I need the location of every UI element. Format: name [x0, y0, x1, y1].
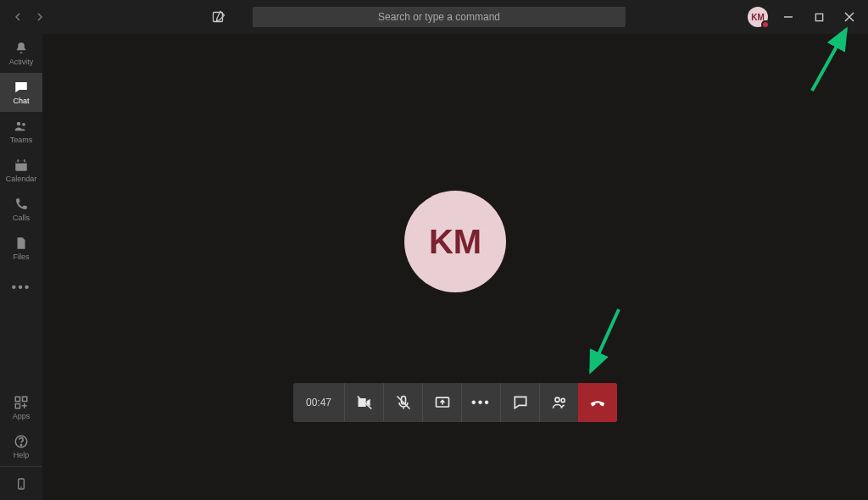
svg-rect-10: [23, 397, 27, 401]
titlebar: Search or type a command KM: [0, 0, 868, 34]
svg-rect-2: [815, 14, 822, 20]
file-icon: [14, 236, 29, 251]
more-actions-button[interactable]: •••: [461, 383, 500, 422]
rail-chat[interactable]: Chat: [0, 73, 42, 112]
rail-label: Chat: [13, 97, 29, 105]
rail-label: Help: [14, 451, 30, 459]
chat-icon: [14, 80, 29, 95]
hang-up-icon: [588, 393, 607, 412]
rail-label: Apps: [13, 412, 31, 420]
rail-label: Files: [13, 253, 29, 261]
rail-label: Calendar: [6, 175, 37, 183]
rail-label: Activity: [9, 58, 34, 66]
new-chat-icon[interactable]: [209, 10, 229, 24]
app-rail: Activity Chat Teams Calendar Calls Files…: [0, 34, 42, 500]
svg-rect-9: [15, 397, 19, 401]
people-icon: [14, 119, 29, 134]
rail-apps[interactable]: Apps: [0, 388, 42, 427]
rail-label: Teams: [10, 136, 33, 144]
participant-avatar: KM: [404, 191, 506, 292]
window-minimize-button[interactable]: [773, 0, 804, 34]
mic-off-icon: [395, 394, 412, 411]
rail-activity[interactable]: Activity: [0, 34, 42, 73]
bell-icon: [14, 41, 29, 56]
phone-icon: [14, 197, 29, 212]
nav-forward-button[interactable]: [32, 9, 47, 25]
svg-point-20: [555, 397, 559, 402]
more-icon: •••: [12, 280, 31, 295]
call-stage: KM 00:47 •••: [42, 34, 868, 500]
profile-avatar[interactable]: KM: [748, 7, 768, 27]
rail-files[interactable]: Files: [0, 229, 42, 268]
svg-point-21: [561, 398, 565, 402]
rail-teams[interactable]: Teams: [0, 112, 42, 151]
call-duration: 00:47: [293, 383, 344, 422]
svg-point-3: [17, 122, 21, 126]
mobile-icon: [14, 477, 28, 491]
window-maximize-button[interactable]: [804, 0, 834, 34]
people-icon: [551, 394, 568, 411]
call-duration-value: 00:47: [306, 397, 331, 408]
rail-overflow[interactable]: •••: [0, 268, 42, 307]
toggle-chat-button[interactable]: [500, 383, 539, 422]
calendar-icon: [14, 158, 29, 173]
search-placeholder: Search or type a command: [378, 11, 500, 23]
rail-label: Calls: [13, 214, 30, 222]
toggle-camera-button[interactable]: [344, 383, 383, 422]
search-input[interactable]: Search or type a command: [253, 7, 626, 27]
rail-mobile[interactable]: [0, 466, 42, 500]
rail-calendar[interactable]: Calendar: [0, 151, 42, 190]
window-close-button[interactable]: [834, 0, 865, 34]
help-icon: [14, 434, 29, 449]
share-icon: [434, 394, 451, 411]
rail-help[interactable]: Help: [0, 427, 42, 466]
nav-back-button[interactable]: [10, 9, 25, 25]
camera-off-icon: [356, 394, 373, 411]
svg-rect-11: [15, 404, 19, 408]
presence-busy-icon: [761, 20, 770, 29]
apps-icon: [14, 395, 29, 410]
call-controls: 00:47 •••: [293, 383, 617, 422]
more-icon: •••: [471, 395, 491, 410]
share-screen-button[interactable]: [422, 383, 461, 422]
chat-icon: [512, 394, 529, 411]
show-participants-button[interactable]: [539, 383, 578, 422]
hang-up-button[interactable]: [578, 383, 617, 422]
svg-rect-6: [15, 161, 27, 164]
participant-initials: KM: [429, 223, 481, 261]
svg-point-4: [22, 123, 25, 126]
rail-calls[interactable]: Calls: [0, 190, 42, 229]
toggle-mic-button[interactable]: [383, 383, 422, 422]
svg-point-13: [20, 445, 21, 446]
